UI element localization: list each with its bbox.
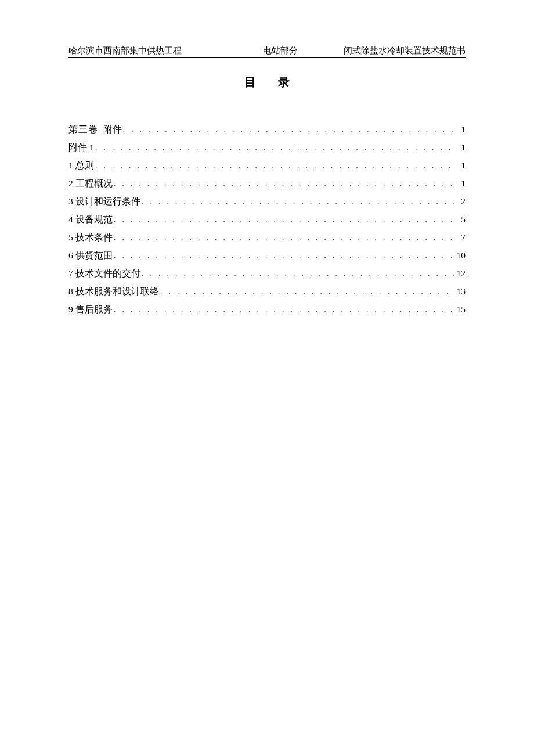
toc-leader-dots [95,139,454,156]
toc-label: 8 技术服务和设计联络 [68,282,160,300]
toc-entry: 5 技术条件7 [68,228,466,246]
toc-page-number: 13 [454,282,466,300]
toc-entry: 附件 11 [68,138,466,156]
toc-label: 3 设计和运行条件 [68,192,142,210]
toc-entry: 6 供货范围10 [68,246,466,264]
table-of-contents: 第三卷附件1附件 111 总则12 工程概况13 设计和运行条件24 设备规范5… [68,120,466,318]
toc-leader-dots [95,157,454,174]
toc-entry: 2 工程概况1 [68,174,466,192]
toc-label: 5 技术条件 [68,228,114,246]
toc-leader-dots [114,175,454,192]
toc-entry: 9 售后服务15 [68,300,466,318]
toc-label: 9 售后服务 [68,300,114,318]
toc-page-number: 15 [454,300,466,318]
toc-label: 附件 1 [68,138,95,156]
toc-entry: 1 总则1 [68,156,466,174]
page-title: 目录 [68,74,466,90]
toc-page-number: 12 [454,264,466,282]
document-page: 哈尔滨市西南部集中供热工程 电站部分 闭式除盐水冷却装置技术规范书 目录 第三卷… [0,0,534,318]
toc-label: 1 总则 [68,156,95,174]
toc-entry: 8 技术服务和设计联络13 [68,282,466,300]
toc-page-number: 1 [454,174,466,192]
toc-label: 2 工程概况 [68,174,114,192]
toc-entry: 第三卷附件1 [68,120,466,138]
toc-label: 4 设备规范 [68,210,114,228]
toc-page-number: 5 [454,210,466,228]
toc-leader-dots [123,121,454,138]
toc-entry: 4 设备规范5 [68,210,466,228]
toc-leader-dots [142,265,454,282]
toc-leader-dots [114,301,454,318]
toc-leader-dots [114,247,454,264]
toc-label: 6 供货范围 [68,246,114,264]
toc-label: 第三卷 [68,120,99,138]
toc-entry: 3 设计和运行条件2 [68,192,466,210]
toc-page-number: 7 [454,228,466,246]
toc-page-number: 1 [454,120,466,138]
toc-sublabel: 附件 [103,120,123,138]
toc-entry: 7 技术文件的交付12 [68,264,466,282]
toc-leader-dots [142,193,454,210]
toc-page-number: 10 [454,246,466,264]
toc-page-number: 1 [454,138,466,156]
toc-leader-dots [114,229,454,246]
toc-page-number: 1 [454,156,466,174]
header-center: 电站部分 [217,45,344,56]
toc-label: 7 技术文件的交付 [68,264,142,282]
toc-page-number: 2 [454,192,466,210]
toc-leader-dots [114,211,454,228]
header-left: 哈尔滨市西南部集中供热工程 [68,45,182,56]
toc-leader-dots [160,283,454,300]
header-right: 闭式除盐水冷却装置技术规范书 [344,45,466,56]
page-header: 哈尔滨市西南部集中供热工程 电站部分 闭式除盐水冷却装置技术规范书 [68,45,466,58]
